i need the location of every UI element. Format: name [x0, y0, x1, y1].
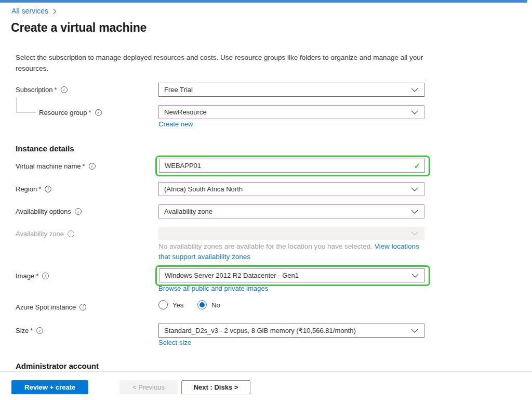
vm-name-info-icon[interactable]	[89, 163, 96, 170]
availability-options-select[interactable]: Availability zone	[158, 204, 424, 218]
review-create-button[interactable]: Review + create	[11, 380, 88, 394]
availability-options-info-icon[interactable]	[75, 208, 82, 215]
spot-yes-radio-label[interactable]: Yes	[172, 301, 183, 309]
resource-group-label: Resource group*	[39, 109, 102, 117]
chevron-down-icon	[411, 328, 418, 333]
spot-no-radio[interactable]	[197, 300, 207, 309]
region-select[interactable]: (Africa) South Africa North	[158, 182, 424, 196]
top-accent-bar	[0, 0, 527, 3]
vm-name-label: Virtual machine name*	[16, 162, 96, 170]
azure-spot-info-icon[interactable]	[79, 304, 86, 311]
next-disks-button[interactable]: Next : Disks >	[181, 380, 250, 394]
availability-options-label: Availability options	[16, 208, 82, 215]
page-description: Select the subscription to manage deploy…	[16, 52, 427, 74]
subscription-select[interactable]: Free Trial	[158, 83, 424, 97]
valid-checkmark-icon: ✓	[414, 161, 420, 171]
spot-yes-radio[interactable]	[158, 300, 168, 309]
page-title: Create a virtual machine	[11, 21, 147, 35]
chevron-down-icon	[411, 110, 418, 114]
size-label: Size*	[16, 327, 43, 334]
availability-zone-info-icon[interactable]	[68, 230, 74, 237]
azure-spot-radio-group: Yes No	[158, 300, 220, 310]
hierarchy-connector-vertical	[16, 97, 17, 112]
hierarchy-connector-horizontal	[16, 112, 36, 113]
image-select[interactable]: Windows Server 2012 R2 Datacenter - Gen1	[159, 268, 425, 282]
breadcrumb: All services	[11, 7, 57, 15]
size-info-icon[interactable]	[36, 327, 43, 334]
resource-group-select[interactable]: NewResource	[158, 105, 424, 119]
chevron-down-icon	[411, 231, 418, 236]
create-vm-page: All services Create a virtual machine Se…	[0, 0, 532, 400]
chevron-down-icon	[411, 273, 419, 278]
region-label: Region*	[16, 185, 51, 193]
spot-no-radio-label[interactable]: No	[211, 301, 220, 309]
availability-zone-message: No availability zones are available for …	[158, 241, 421, 262]
chevron-right-icon	[52, 8, 57, 15]
azure-spot-label: Azure Spot instance	[16, 303, 86, 311]
vm-name-input[interactable]	[159, 159, 425, 173]
instance-details-heading: Instance details	[16, 144, 74, 153]
subscription-info-icon[interactable]	[61, 86, 68, 93]
image-info-icon[interactable]	[42, 273, 49, 279]
availability-zone-label: Availability zone	[16, 230, 74, 238]
chevron-down-icon	[411, 87, 418, 92]
create-new-link[interactable]: Create new	[158, 120, 193, 128]
availability-zone-select	[158, 227, 424, 240]
image-label: Image*	[16, 272, 49, 280]
chevron-down-icon	[411, 209, 418, 214]
browse-images-link[interactable]: Browse all public and private images	[158, 285, 268, 292]
footer-divider	[0, 371, 532, 372]
chevron-down-icon	[411, 187, 418, 191]
select-size-link[interactable]: Select size	[158, 339, 191, 346]
size-select[interactable]: Standard_D2s_v3 - 2 vcpus, 8 GiB memory …	[158, 324, 424, 338]
resource-group-info-icon[interactable]	[95, 109, 102, 116]
region-info-icon[interactable]	[45, 186, 51, 192]
breadcrumb-all-services-link[interactable]: All services	[11, 7, 48, 15]
subscription-label: Subscription*	[16, 86, 68, 94]
vm-name-field-wrap: ✓	[159, 159, 425, 173]
previous-button[interactable]: < Previous	[119, 380, 178, 394]
administrator-account-heading: Administrator account	[16, 362, 99, 370]
